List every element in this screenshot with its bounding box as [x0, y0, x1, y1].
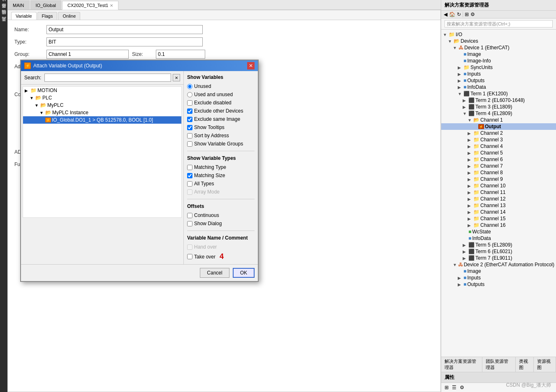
tree-item-motion[interactable]: ▶ 📁 MOTION [23, 87, 181, 94]
sort-address-check[interactable] [187, 133, 192, 138]
tree-item-plc[interactable]: ▼ 📂 PLC [23, 94, 181, 101]
radio-unused[interactable]: Unused [187, 83, 255, 89]
unused-radio[interactable] [187, 84, 192, 89]
tree-syncunits[interactable]: ▶ 📁 SyncUnits [441, 64, 556, 71]
checkbox-matching-type[interactable]: Matching Type [187, 164, 255, 170]
tree-channel13[interactable]: ▶ 📁 Channel 13 [441, 202, 556, 209]
tree-term6[interactable]: ▶ ⬛ Term 6 (EL6021) [441, 248, 556, 255]
modal-close-button[interactable]: ✕ [247, 62, 255, 69]
modal-search-clear-button[interactable]: ✕ [173, 74, 180, 81]
props-icon-list[interactable]: ☰ [452, 385, 456, 390]
tree-infodata-term4[interactable]: ■ InfoData [441, 235, 556, 242]
tree-term5[interactable]: ▶ ⬛ Term 5 (EL2809) [441, 242, 556, 248]
tree-channel2[interactable]: ▶ 📁 Channel 2 [441, 130, 556, 136]
modal-tree[interactable]: ▶ 📁 MOTION ▼ 📂 PLC [23, 86, 182, 218]
tree-motion-label: MOTION [37, 88, 57, 93]
checkbox-exclude-other[interactable]: Exclude other Devices [187, 108, 255, 114]
se-search-input[interactable] [445, 20, 553, 28]
se-filter-icon[interactable]: ⊞ [465, 12, 469, 17]
tab-cx2020[interactable]: CX2020_TC3_Test1 ✕ [62, 1, 118, 10]
checkbox-exclude-disabled[interactable]: Exclude disabled [187, 100, 255, 106]
tree-term1[interactable]: ▼ ⬛ Term 1 (EK1200) [441, 90, 556, 97]
sidebar-tab-editor[interactable]: 编辑器 [0, 15, 8, 21]
tree-item-myplc[interactable]: ▼ 📂 MyPLC [23, 101, 181, 109]
tree-channel16[interactable]: ▶ 📁 Channel 16 [441, 222, 556, 228]
tree-device2[interactable]: ▼ 🖧 Device 2 (EtherCAT Automation Protoc… [441, 261, 556, 268]
tree-image2[interactable]: ■ Image [441, 268, 556, 274]
tree-devices[interactable]: ▼ 📂 Devices [441, 38, 556, 44]
se-bottom-tab-class[interactable]: 类视图 [516, 357, 534, 372]
show-dialog-check[interactable] [187, 221, 192, 226]
tree-channel8[interactable]: ▶ 📁 Channel 8 [441, 169, 556, 176]
checkbox-take-over[interactable]: Take over 4 [187, 252, 255, 261]
se-refresh-icon[interactable]: ↻ [457, 12, 461, 17]
exclude-other-check[interactable] [187, 108, 192, 114]
tree-channel12[interactable]: ▶ 📁 Channel 12 [441, 196, 556, 202]
show-groups-check[interactable] [187, 141, 192, 147]
tab-main[interactable]: MAIN [7, 0, 30, 9]
se-back-icon[interactable]: ◀ [444, 12, 447, 17]
tree-output-node[interactable]: ⚡ Output [441, 123, 556, 130]
se-sync-icon[interactable]: ⚙ [470, 12, 475, 17]
se-bottom-tab-resource[interactable]: 资源视图 [534, 357, 556, 372]
tree-term7[interactable]: ▶ ⬛ Term 7 (EL9011) [441, 255, 556, 261]
tree-channel1[interactable]: ▼ 📂 Channel 1 [441, 117, 556, 123]
tree-device1[interactable]: ▼ 🖧 Device 1 (EtherCAT) [441, 44, 556, 51]
props-icon-grid[interactable]: ⊞ [445, 385, 449, 390]
tab-io-global[interactable]: IO_Global [30, 0, 62, 9]
tree-channel10[interactable]: ▶ 📁 Channel 10 [441, 182, 556, 189]
exclude-same-check[interactable] [187, 117, 192, 122]
tree-channel6[interactable]: ▶ 📁 Channel 6 [441, 156, 556, 163]
all-types-check[interactable] [187, 181, 192, 187]
se-bottom-tab-team[interactable]: 团队资源管理器 [482, 357, 516, 372]
ok-button[interactable]: OK [233, 268, 255, 278]
se-home-icon[interactable]: 🏠 [449, 12, 455, 17]
sidebar-tab-server[interactable]: 服务器 [0, 8, 8, 15]
used-unused-radio[interactable] [187, 92, 192, 97]
tree-term4[interactable]: ▼ ⬛ Term 4 (EL2809) [441, 110, 556, 117]
tree-channel5[interactable]: ▶ 📁 Channel 5 [441, 150, 556, 156]
tree-outputs1[interactable]: ▶ ■ Outputs [441, 77, 556, 84]
se-bottom-tab-solution[interactable]: 解决方案资源管理器 [441, 357, 482, 372]
tree-imageinfo1[interactable]: ■ Image-Info [441, 58, 556, 64]
tree-channel9[interactable]: ▶ 📁 Channel 9 [441, 176, 556, 182]
checkbox-show-dialog[interactable]: Show Dialog [187, 221, 255, 226]
tree-channel11[interactable]: ▶ 📁 Channel 11 [441, 189, 556, 196]
checkbox-sort-address[interactable]: Sort by Address [187, 133, 255, 138]
tree-term3[interactable]: ▶ ⬛ Term 3 (EL1809) [441, 104, 556, 110]
tree-outputs2[interactable]: ▶ ■ Outputs [441, 281, 556, 288]
tree-infodata1[interactable]: ▶ ■ InfoData [441, 84, 556, 90]
sidebar-tab-toolbox[interactable]: 工具箱 [0, 21, 8, 28]
show-tooltips-check[interactable] [187, 125, 192, 130]
checkbox-matching-size[interactable]: Matching Size [187, 173, 255, 178]
tree-image1[interactable]: ■ Image [441, 51, 556, 58]
exclude-disabled-check[interactable] [187, 100, 192, 106]
radio-used-unused[interactable]: Used and unused [187, 92, 255, 97]
tree-wcstate[interactable]: ■ WcState [441, 228, 556, 235]
checkbox-all-types[interactable]: All Types [187, 181, 255, 187]
checkbox-show-tooltips[interactable]: Show Tooltips [187, 125, 255, 130]
modal-search-input[interactable] [44, 74, 171, 82]
tree-channel7[interactable]: ▶ 📁 Channel 7 [441, 163, 556, 169]
props-icon-gear[interactable]: ⚙ [460, 385, 464, 390]
tree-inputs1[interactable]: ▶ ■ Inputs [441, 71, 556, 77]
tree-channel4[interactable]: ▶ 📁 Channel 4 [441, 143, 556, 150]
tree-channel14[interactable]: ▶ 📁 Channel 14 [441, 209, 556, 215]
cancel-button[interactable]: Cancel [200, 268, 229, 278]
tab-close-icon[interactable]: ✕ [110, 3, 113, 8]
checkbox-show-groups[interactable]: Show Variable Groups [187, 141, 255, 147]
take-over-check[interactable] [187, 254, 192, 259]
continuous-check[interactable] [187, 213, 192, 218]
tree-channel3[interactable]: ▶ 📁 Channel 3 [441, 136, 556, 143]
sidebar-tab-design[interactable]: 设计 [0, 2, 8, 8]
checkbox-continuous[interactable]: Continuous [187, 212, 255, 218]
matching-type-check[interactable] [187, 165, 192, 170]
tree-term2[interactable]: ▶ ⬛ Term 2 (EL6070-1648) [441, 97, 556, 104]
matching-size-check[interactable] [187, 173, 192, 178]
tree-inputs2[interactable]: ▶ ■ Inputs [441, 274, 556, 281]
tree-item-io-global-do1[interactable]: ⚡ IO_Global.DO1_1 > QB 512578.0, BOOL [1… [23, 116, 181, 124]
tree-channel15[interactable]: ▶ 📁 Channel 15 [441, 215, 556, 222]
checkbox-exclude-same[interactable]: Exclude same Image [187, 116, 255, 122]
tree-io[interactable]: ▼ 📁 I/O [441, 31, 556, 38]
tree-item-myplc-instance[interactable]: ▼ 📂 MyPLC Instance [23, 109, 181, 116]
